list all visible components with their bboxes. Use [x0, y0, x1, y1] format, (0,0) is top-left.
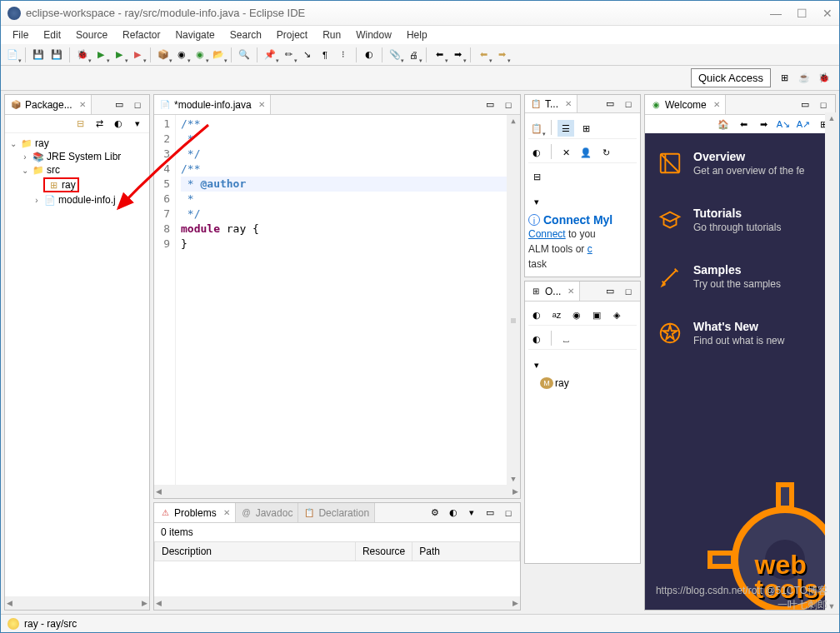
- toggle-mark-button[interactable]: 📌: [262, 47, 278, 63]
- welcome-overview[interactable]: Overview Get an overview of the fe: [657, 150, 823, 177]
- menu-project[interactable]: Project: [270, 27, 314, 42]
- h-scrollbar[interactable]: ◀▶: [154, 596, 520, 610]
- tree-src[interactable]: ⌄ 📁 src: [8, 163, 146, 177]
- run-last-button[interactable]: ▶: [129, 47, 146, 63]
- link-icon[interactable]: ⎵: [558, 331, 574, 347]
- focus-icon[interactable]: ◐: [445, 505, 462, 521]
- col-description[interactable]: Description: [155, 542, 356, 561]
- tree-module-info[interactable]: › 📄 module-info.j: [8, 193, 146, 207]
- javadoc-tab[interactable]: @ Javadoc: [236, 503, 299, 522]
- show-whitespace-button[interactable]: ⁝: [335, 47, 352, 63]
- collapse-icon[interactable]: ⊟: [528, 168, 545, 185]
- welcome-whatsnew[interactable]: What's New Find out what is new: [657, 320, 823, 346]
- problems-tab[interactable]: ⚠ Problems ✕: [154, 503, 236, 522]
- close-icon[interactable]: ✕: [713, 100, 720, 109]
- maximize-view-icon[interactable]: □: [129, 97, 146, 113]
- search-button[interactable]: 🔍: [236, 47, 252, 63]
- open-type-button[interactable]: 📂: [210, 47, 227, 63]
- maximize-view-icon[interactable]: □: [620, 283, 637, 300]
- focus-icon[interactable]: ◐: [528, 144, 545, 161]
- tasklist-tab[interactable]: 📋 T... ✕: [525, 95, 578, 112]
- declaration-tab[interactable]: 📋 Declaration: [298, 503, 375, 522]
- new-class-button[interactable]: ◉: [192, 47, 208, 63]
- maximize-button[interactable]: ☐: [797, 7, 808, 20]
- editor-body[interactable]: 123456789 /** * *//** * @author * */modu…: [154, 115, 520, 485]
- outline-item-ray[interactable]: M ray: [528, 376, 637, 390]
- new-button[interactable]: 📄: [4, 47, 21, 63]
- col-path[interactable]: Path: [412, 542, 520, 561]
- run-button[interactable]: ▶: [92, 47, 109, 63]
- tree-project[interactable]: ⌄ 📁 ray: [8, 137, 146, 150]
- next-edit-button[interactable]: ➡: [493, 47, 510, 63]
- menu-file[interactable]: File: [6, 27, 35, 42]
- open-perspective-button[interactable]: ⊞: [776, 70, 792, 87]
- java-perspective-button[interactable]: ☕: [796, 70, 812, 87]
- v-scrollbar[interactable]: ▲ ▼: [507, 115, 520, 485]
- menu-refactor[interactable]: Refactor: [116, 27, 167, 42]
- hide-icon[interactable]: ✕: [558, 144, 574, 161]
- collapse-all-icon[interactable]: ⊟: [72, 116, 88, 132]
- menu-window[interactable]: Window: [349, 27, 398, 42]
- synchronize-icon[interactable]: ↻: [598, 144, 614, 161]
- quick-access-button[interactable]: Quick Access: [691, 68, 771, 87]
- minimize-view-icon[interactable]: ▭: [482, 505, 498, 521]
- minimize-view-icon[interactable]: ▭: [482, 97, 498, 113]
- welcome-v-scrollbar[interactable]: ▲ ▼: [825, 112, 838, 612]
- tree-package-ray[interactable]: ⊞ ray: [8, 177, 146, 193]
- coverage-button[interactable]: ▶: [111, 47, 128, 63]
- save-button[interactable]: 💾: [30, 47, 47, 63]
- scroll-up-icon[interactable]: ▲: [828, 114, 836, 122]
- view-menu-icon[interactable]: ▾: [528, 356, 545, 373]
- menu-help[interactable]: Help: [400, 27, 434, 42]
- forward-icon[interactable]: ➡: [755, 116, 772, 132]
- menu-search[interactable]: Search: [223, 27, 268, 42]
- filter-icon[interactable]: ⚙: [427, 505, 443, 521]
- expand-icon[interactable]: ⌄: [8, 139, 18, 148]
- debug-perspective-button[interactable]: 🐞: [816, 70, 832, 87]
- col-resource[interactable]: Resource: [355, 542, 412, 561]
- pin-button[interactable]: 📎: [387, 47, 403, 63]
- minimize-view-icon[interactable]: ▭: [797, 97, 813, 113]
- close-icon[interactable]: ✕: [565, 99, 572, 108]
- close-icon[interactable]: ✕: [568, 287, 574, 296]
- connect-link[interactable]: Connect: [528, 228, 566, 240]
- hide-static-icon[interactable]: ▣: [588, 307, 605, 323]
- reduce-icon[interactable]: A↘: [775, 116, 792, 132]
- new-task-icon[interactable]: 📋: [528, 120, 545, 137]
- minimize-view-icon[interactable]: ▭: [602, 283, 618, 300]
- annotation-button[interactable]: ✏: [280, 47, 297, 63]
- minimize-view-icon[interactable]: ▭: [111, 97, 128, 113]
- maximize-view-icon[interactable]: □: [500, 505, 517, 521]
- editor-tab[interactable]: 📄 *module-info.java ✕: [154, 95, 271, 114]
- welcome-tutorials[interactable]: Tutorials Go through tutorials: [657, 207, 823, 233]
- expand-icon[interactable]: ⌄: [20, 166, 30, 175]
- back-icon[interactable]: ⬅: [735, 116, 752, 132]
- categorize-icon[interactable]: ☰: [558, 120, 574, 137]
- scroll-up-icon[interactable]: ▲: [511, 117, 515, 125]
- maximize-view-icon[interactable]: □: [815, 97, 832, 113]
- sort-icon[interactable]: ◐: [528, 307, 545, 323]
- step-button[interactable]: ↘: [298, 47, 315, 63]
- new-package-button[interactable]: 📦: [155, 47, 172, 63]
- schedule-icon[interactable]: 👤: [578, 144, 594, 161]
- close-icon[interactable]: ✕: [258, 100, 265, 109]
- magnify-icon[interactable]: A↗: [795, 116, 812, 132]
- welcome-samples[interactable]: Samples Try out the samples: [657, 263, 823, 290]
- az-icon[interactable]: az: [548, 307, 565, 323]
- maximize-view-icon[interactable]: □: [620, 96, 637, 112]
- save-all-button[interactable]: 💾: [48, 47, 65, 63]
- scroll-down-icon[interactable]: ▼: [511, 475, 515, 483]
- expand-icon[interactable]: ›: [32, 196, 42, 205]
- create-link[interactable]: c: [588, 243, 592, 255]
- forward-nav-button[interactable]: ➡: [449, 47, 466, 63]
- menu-navigate[interactable]: Navigate: [168, 27, 221, 42]
- package-explorer-tab[interactable]: 📦 Package... ✕: [5, 95, 92, 114]
- new-type-button[interactable]: ◉: [173, 47, 190, 63]
- mylyn-button[interactable]: ◐: [361, 47, 378, 63]
- outline-tab[interactable]: ⊞ O... ✕: [525, 282, 580, 301]
- word-wrap-button[interactable]: ¶: [317, 47, 333, 63]
- back-nav-button[interactable]: ⬅: [431, 47, 448, 63]
- h-scrollbar[interactable]: ◀▶: [154, 485, 520, 498]
- hide-nonpublic-icon[interactable]: ◈: [608, 307, 625, 323]
- home-icon[interactable]: 🏠: [715, 116, 732, 132]
